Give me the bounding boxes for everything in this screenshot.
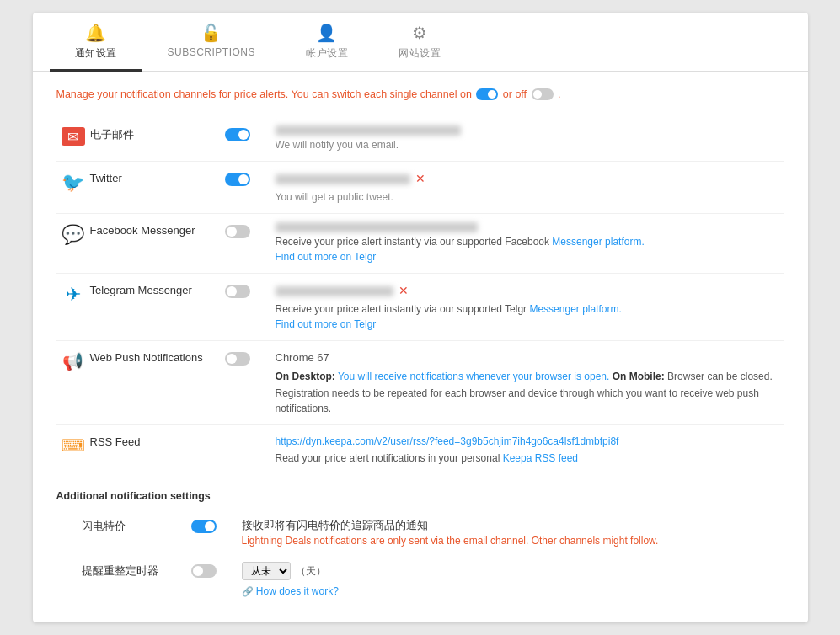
telegram-icon: ✈ [66, 284, 81, 306]
info-bar: Manage your notification channels for pr… [56, 87, 784, 103]
webpush-channel-name: Web Push Notifications [90, 350, 225, 364]
toggle-off-example [532, 88, 554, 100]
telegram-toggle-cell [225, 282, 276, 298]
facebook-find-out-link[interactable]: Find out more on Telgr [276, 251, 377, 263]
flash-deals-detail: 接收即将有闪电特价的追踪商品的通知 Lightning Deals notifi… [242, 517, 784, 549]
tab-subscriptions-label: SUBSCRIPTIONS [168, 46, 256, 58]
info-bar-text2: or off [503, 88, 530, 100]
flash-deals-name: 闪电特价 [82, 517, 191, 534]
email-channel-name: 电子邮件 [90, 125, 225, 142]
email-channel-detail: We will notify you via email. [276, 125, 784, 152]
facebook-detail-primary [276, 222, 784, 232]
channel-row-email: 电子邮件 We will notify you via email. [56, 117, 784, 162]
bell-icon: 🔔 [85, 24, 107, 41]
email-channel-icon [56, 127, 90, 146]
email-toggle[interactable] [225, 128, 250, 141]
telegram-detail-suffix: Messenger platform. [529, 303, 621, 315]
tab-bar: 🔔 通知设置 🔓 SUBSCRIPTIONS 👤 帐户设置 ⚙ 网站设置 [33, 13, 808, 72]
twitter-channel-name: Twitter [90, 170, 225, 184]
mail-icon [62, 127, 85, 146]
facebook-channel-name: Facebook Messenger [90, 222, 225, 237]
rss-channel-name: RSS Feed [90, 434, 225, 448]
external-link-icon: 🔗 [242, 586, 254, 596]
tab-website[interactable]: ⚙ 网站设置 [373, 13, 466, 72]
flash-deals-toggle-cell [191, 517, 242, 536]
reminder-controls: 从未 （天） [242, 562, 784, 580]
rss-channel-icon: ⌨ [56, 435, 90, 456]
twitter-detail-primary: ✕ [276, 170, 784, 188]
webpush-channel-detail: Chrome 67 On Desktop: You will receive n… [276, 350, 784, 416]
telegram-detail-primary: ✕ [276, 282, 784, 300]
email-detail-primary [276, 125, 784, 136]
gear-icon: ⚙ [412, 24, 428, 41]
tab-account-label: 帐户设置 [306, 46, 348, 61]
twitter-toggle-cell [225, 170, 276, 186]
facebook-detail-link: Find out more on Telgr [276, 249, 784, 264]
rss-url[interactable]: https://dyn.keepa.com/v2/user/rss/?feed=… [276, 434, 784, 449]
telegram-detail-secondary: Receive your price alert instantly via o… [276, 301, 784, 317]
channel-row-webpush: 📢 Web Push Notifications Chrome 67 On De… [56, 341, 784, 425]
facebook-detail-secondary: Receive your price alert instantly via o… [276, 234, 784, 249]
reminder-name: 提醒重整定时器 [82, 562, 191, 579]
facebook-detail-suffix: Messenger platform. [552, 236, 644, 248]
twitter-icon: 🐦 [62, 172, 84, 194]
telegram-toggle[interactable] [225, 285, 250, 298]
webpush-toggle-cell [225, 350, 276, 366]
telegram-detail-link: Find out more on Telgr [276, 317, 784, 332]
telegram-channel-icon: ✈ [56, 284, 90, 306]
megaphone-icon: 📢 [62, 351, 83, 371]
mobile-label: On Mobile: [613, 371, 665, 382]
main-container: 🔔 通知设置 🔓 SUBSCRIPTIONS 👤 帐户设置 ⚙ 网站设置 Man… [33, 13, 808, 623]
twitter-toggle[interactable] [225, 173, 250, 186]
tab-notify[interactable]: 🔔 通知设置 [50, 13, 142, 72]
webpush-channel-icon: 📢 [56, 351, 90, 371]
facebook-icon: 💬 [62, 224, 84, 246]
reminder-toggle[interactable] [191, 564, 217, 578]
reminder-toggle-cell [191, 562, 242, 580]
webpush-browser: Chrome 67 [276, 350, 784, 366]
flash-deals-toggle[interactable] [191, 520, 217, 533]
telegram-find-out-link[interactable]: Find out more on Telgr [276, 318, 377, 330]
tab-account[interactable]: 👤 帐户设置 [281, 13, 373, 72]
twitter-blurred [276, 174, 410, 184]
telegram-channel-detail: ✕ Receive your price alert instantly via… [276, 282, 784, 332]
flash-deals-row: 闪电特价 接收即将有闪电特价的追踪商品的通知 Lightning Deals n… [56, 510, 784, 556]
webpush-desktop-line: On Desktop: You will receive notificatio… [276, 369, 784, 384]
webpush-mobile-text: Browser can be closed. [667, 371, 773, 382]
tab-notify-label: 通知设置 [75, 46, 117, 61]
rss-desc: Read your price alert notifications in y… [276, 451, 784, 466]
facebook-channel-detail: Receive your price alert instantly via o… [276, 222, 784, 264]
reminder-link: 🔗 How does it work? [242, 584, 784, 599]
tab-website-label: 网站设置 [399, 46, 441, 61]
content-area: Manage your notification channels for pr… [33, 72, 808, 623]
twitter-detail-secondary: You will get a public tweet. [276, 189, 784, 205]
flash-deals-main-text: 接收即将有闪电特价的追踪商品的通知 [242, 517, 784, 534]
rss-channel-detail: https://dyn.keepa.com/v2/user/rss/?feed=… [276, 434, 784, 466]
rss-keepa-link[interactable]: Keepa RSS feed [503, 452, 578, 464]
user-icon: 👤 [316, 24, 338, 41]
webpush-toggle[interactable] [225, 352, 250, 366]
twitter-channel-detail: ✕ You will get a public tweet. [276, 170, 784, 205]
unlock-icon: 🔓 [201, 24, 222, 41]
how-does-it-work-link[interactable]: How does it work? [256, 585, 339, 597]
telegram-blurred [276, 286, 393, 296]
telegram-channel-name: Telegram Messenger [90, 282, 225, 296]
reminder-row: 提醒重整定时器 从未 （天） 🔗 How does it work? [56, 555, 784, 606]
info-bar-text: Manage your notification channels for pr… [56, 88, 475, 100]
channel-row-rss: ⌨ RSS Feed https://dyn.keepa.com/v2/user… [56, 425, 784, 474]
email-blurred [276, 125, 461, 136]
info-bar-text3: . [558, 88, 560, 100]
facebook-blurred [276, 222, 478, 232]
reminder-unit: （天） [296, 563, 326, 579]
channel-row-twitter: 🐦 Twitter ✕ You will get a public tweet. [56, 162, 784, 214]
twitter-remove-btn[interactable]: ✕ [415, 170, 425, 188]
email-detail-secondary: We will notify you via email. [276, 137, 784, 152]
desktop-label: On Desktop: [276, 371, 335, 382]
facebook-toggle[interactable] [225, 225, 250, 238]
webpush-reg-text: Registration needs to be repeated for ea… [276, 386, 784, 416]
telegram-remove-btn[interactable]: ✕ [399, 282, 409, 300]
email-toggle-cell [225, 125, 276, 141]
reminder-dropdown[interactable]: 从未 [242, 562, 291, 580]
rss-toggle-cell [225, 434, 276, 436]
tab-subscriptions[interactable]: 🔓 SUBSCRIPTIONS [142, 13, 281, 72]
